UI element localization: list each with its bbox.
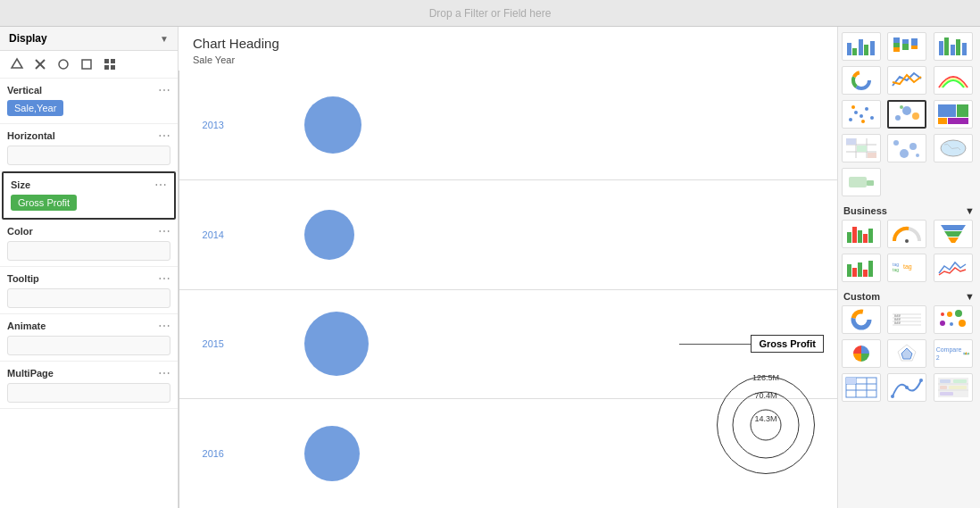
svg-rect-115: [940, 392, 953, 396]
left-panel: Display ▼ Vertical ⋯: [0, 27, 179, 508]
custom-thumb-table[interactable]: [842, 373, 881, 402]
custom-chevron-icon[interactable]: ▼: [965, 291, 975, 302]
tooltip-section-header: Tooltip ⋯: [7, 272, 170, 285]
custom-thumb-pattern[interactable]: [934, 305, 973, 334]
center-area: Chart Heading Sale Year 2013 2014: [179, 27, 837, 508]
chart-thumb-line[interactable]: [887, 66, 926, 95]
chart-thumb-grouped-bar[interactable]: [842, 32, 881, 61]
horizontal-more-icon[interactable]: ⋯: [158, 129, 170, 142]
chart-thumb-donut[interactable]: [842, 66, 881, 95]
row-label-2014: 2014: [179, 229, 233, 240]
svg-point-54: [909, 143, 917, 150]
tooltip-with-arrow: Gross Profit: [679, 335, 824, 353]
custom-thumb-donut2[interactable]: [842, 305, 881, 334]
chart-thumb-treemap[interactable]: [934, 100, 973, 129]
tooltip-title: Gross Profit: [759, 338, 816, 349]
animate-more-icon[interactable]: ⋯: [158, 320, 170, 332]
polygon-icon[interactable]: [9, 56, 25, 72]
square-icon[interactable]: [79, 56, 95, 72]
vertical-field-tag[interactable]: Sale,Year: [7, 100, 63, 116]
multipage-more-icon[interactable]: ⋯: [158, 367, 170, 379]
tooltip-line: [679, 344, 751, 345]
tooltip-label: Tooltip: [7, 273, 39, 284]
bubble-2015: [304, 312, 369, 376]
svg-rect-71: [863, 270, 868, 277]
svg-point-90: [950, 322, 953, 326]
business-label: Business: [843, 205, 887, 216]
chart-thumb-usa-map[interactable]: [842, 168, 881, 196]
bubble-2016: [304, 426, 360, 481]
business-chevron-icon[interactable]: ▼: [965, 205, 975, 216]
svg-point-88: [955, 310, 962, 317]
vertical-more-icon[interactable]: ⋯: [158, 84, 170, 96]
tooltip-more-icon[interactable]: ⋯: [158, 272, 170, 285]
chart-thumb-pivot[interactable]: [842, 134, 881, 162]
svg-point-53: [900, 149, 909, 158]
custom-thumb-radar[interactable]: [887, 339, 926, 368]
svg-point-91: [959, 320, 966, 327]
svg-rect-98: [968, 353, 969, 354]
chart-thumb-bubble-selected[interactable]: [887, 100, 926, 129]
business-thumb-funnel[interactable]: [934, 220, 973, 248]
color-section-header: Color ⋯: [7, 225, 170, 237]
svg-rect-19: [911, 38, 918, 46]
size-more-icon[interactable]: ⋯: [154, 179, 167, 191]
svg-point-56: [941, 140, 966, 156]
svg-point-106: [905, 386, 909, 389]
business-thumb-gauge[interactable]: [887, 220, 926, 248]
custom-thumb-compare[interactable]: Compare 2: [934, 339, 973, 368]
svg-point-39: [912, 112, 919, 120]
business-thumb-tag[interactable]: tag tag tag: [887, 254, 926, 282]
tooltip-field-empty: [7, 288, 170, 308]
display-chevron-icon[interactable]: ▼: [160, 34, 169, 44]
row-label-2015: 2015: [179, 338, 233, 349]
panel-icons-row: [0, 51, 178, 79]
size-section-header: Size ⋯: [11, 179, 167, 191]
multipage-label: MultiPage: [7, 368, 54, 379]
chart-thumb-map[interactable]: [934, 134, 973, 162]
color-label: Color: [7, 226, 33, 237]
custom-thumb-texture[interactable]: [934, 373, 973, 402]
business-chart-grid-2: tag tag tag: [842, 254, 976, 282]
size-field-tag[interactable]: Gross Profit: [11, 195, 77, 211]
chart-thumb-bar-variation[interactable]: [934, 32, 973, 61]
svg-point-33: [865, 107, 868, 111]
chart-heading: Chart Heading: [179, 27, 837, 54]
multipage-section: MultiPage ⋯: [0, 362, 178, 409]
svg-rect-70: [858, 262, 862, 277]
chart-thumb-scatter2[interactable]: [887, 134, 926, 162]
filled-square-icon[interactable]: [102, 56, 118, 72]
svg-point-35: [851, 105, 855, 109]
svg-rect-9: [847, 43, 851, 55]
filter-placeholder: Drop a Filter or Field here: [429, 7, 552, 20]
row-label-2013: 2013: [179, 120, 233, 130]
svg-rect-10: [852, 48, 857, 55]
chart-thumb-rainbow[interactable]: [934, 66, 973, 95]
svg-rect-58: [867, 180, 874, 186]
svg-rect-15: [893, 43, 900, 47]
business-section-header: Business ▼: [842, 202, 976, 220]
chart-thumb-scatter[interactable]: [842, 100, 881, 129]
standard-chart-grid-4: [842, 134, 976, 162]
svg-point-89: [940, 321, 945, 326]
svg-rect-13: [870, 41, 875, 55]
chart-thumb-stacked-bar[interactable]: [887, 32, 926, 61]
svg-point-32: [860, 114, 863, 118]
business-thumb-waterfall[interactable]: [842, 254, 881, 282]
custom-thumb-text[interactable]: ### ### ###: [887, 305, 926, 334]
custom-thumb-curve[interactable]: [887, 373, 926, 402]
business-thumb-sparkline[interactable]: [934, 254, 973, 282]
svg-point-105: [891, 395, 894, 398]
custom-thumb-pie2[interactable]: [842, 339, 881, 368]
svg-rect-68: [847, 264, 851, 277]
business-thumb-1[interactable]: [842, 220, 881, 248]
business-chart-grid-1: [842, 220, 976, 248]
chart-sublabel: Sale Year: [179, 54, 837, 71]
svg-point-40: [900, 105, 903, 109]
close-icon[interactable]: [32, 56, 48, 72]
display-header: Display ▼: [0, 27, 178, 51]
circle-icon[interactable]: [55, 56, 71, 72]
color-more-icon[interactable]: ⋯: [158, 225, 170, 237]
bubble-2013: [304, 96, 361, 154]
svg-rect-59: [847, 232, 851, 243]
